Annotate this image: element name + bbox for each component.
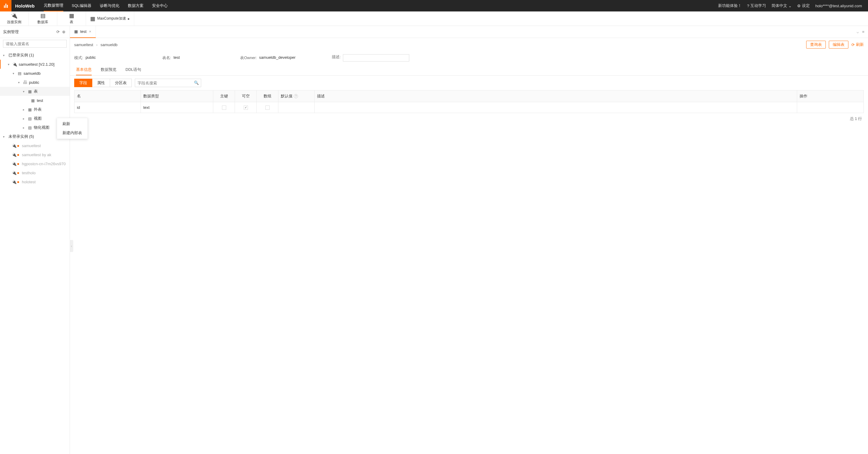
sidebar-search (0, 38, 70, 50)
search-icon[interactable]: 🔍 (194, 80, 199, 85)
plug-icon: 🔌 (11, 180, 17, 184)
cell-pk (213, 102, 235, 113)
meta-name-label: 表名: (162, 55, 171, 61)
new-feature-link[interactable]: 新功能体验！ (718, 3, 742, 8)
chevron-down-icon: ▾ (13, 72, 17, 75)
cell-nullable (235, 102, 257, 113)
seg-fields[interactable]: 字段 (74, 79, 92, 87)
tree-offline-instance[interactable]: 🔌●hgpostcn-cn-i7m26vs970 (0, 159, 70, 168)
dropdown-icon[interactable]: ⌵ (857, 30, 859, 34)
seg-partition[interactable]: 分区表 (110, 79, 132, 87)
tree-logged-in-group[interactable]: ▾已登录实例 (1) (0, 51, 70, 60)
seg-attrs[interactable]: 属性 (92, 79, 110, 87)
tree-instance[interactable]: ▾🔌samueltest [V2.1.20] (0, 60, 70, 69)
info-icon[interactable]: ? (294, 94, 298, 98)
warning-icon: ● (17, 170, 19, 175)
page-actions: 查询表 编辑表 ⟳刷新 (806, 41, 864, 48)
logo[interactable] (0, 0, 11, 11)
matview-icon: ▨ (27, 125, 33, 130)
col-name: 名 (74, 91, 141, 102)
table-footer: 总 1 行 (70, 113, 868, 125)
chevron-down-icon: ⌄ (788, 4, 792, 8)
field-search-input[interactable] (135, 79, 201, 87)
menu-icon[interactable]: ≡ (862, 30, 864, 34)
plug-icon: 🔌 (11, 12, 18, 19)
search-input[interactable] (3, 40, 67, 47)
chevron-down-icon: ▾ (3, 54, 7, 57)
tree-offline-instance[interactable]: 🔌●holotest (0, 177, 70, 186)
tb-maxcompute[interactable]: ▦MaxCompute加速▸ (86, 11, 134, 26)
chevron-right-icon: ▸ (128, 17, 130, 21)
tree-tables-folder[interactable]: ▾▦表 (0, 87, 70, 96)
subtab-ddl[interactable]: DDL语句 (125, 65, 141, 75)
table-icon: ▦ (74, 29, 78, 34)
plug-icon: 🔌 (11, 171, 17, 175)
description-input[interactable] (343, 54, 409, 62)
tab-test[interactable]: ▦ test × (70, 26, 96, 38)
tb-database[interactable]: ▤数据库 (29, 11, 57, 26)
crumb-instance[interactable]: samueltest (74, 42, 93, 47)
collapse-sidebar-handle[interactable]: ‹ (70, 240, 73, 252)
checkbox-icon[interactable] (266, 105, 270, 110)
table-row[interactable]: id text (74, 102, 864, 113)
table-icon: ▦ (69, 12, 74, 19)
subtab-preview[interactable]: 数据预览 (101, 65, 116, 75)
chevron-right-icon: ▸ (23, 108, 27, 111)
ctx-new-table[interactable]: 新建内部表 (57, 128, 88, 137)
main-panel: ▦ test × ⌵ ≡ samueltest › samueldb 查询表 编… (70, 26, 868, 454)
cell-desc (315, 102, 797, 113)
warning-icon: ● (17, 152, 19, 157)
app-header: HoloWeb 元数据管理 SQL编辑器 诊断与优化 数据方案 安全中心 新功能… (0, 0, 868, 11)
main-nav: 元数据管理 SQL编辑器 诊断与优化 数据方案 安全中心 (44, 0, 168, 11)
tree-table-test[interactable]: ▦test (0, 96, 70, 105)
refresh-link[interactable]: ⟳刷新 (851, 42, 864, 47)
tree-offline-instance[interactable]: 🔌●samueltest by ak (0, 150, 70, 159)
tab-label: test (80, 29, 87, 34)
plug-icon: 🔌 (11, 162, 17, 166)
nav-metadata[interactable]: 元数据管理 (44, 0, 63, 11)
tree-offline-instance[interactable]: 🔌●samueltest (0, 141, 70, 150)
editor-tabs: ▦ test × ⌵ ≡ (70, 26, 868, 38)
checkbox-icon[interactable] (222, 105, 226, 110)
tb-table[interactable]: ▦表 (57, 11, 86, 26)
checkbox-checked-icon[interactable] (244, 105, 248, 110)
nav-security[interactable]: 安全中心 (152, 0, 168, 11)
chevron-right-icon: ▸ (23, 117, 27, 120)
chevron-down-icon: ▾ (18, 81, 22, 84)
subtab-basic[interactable]: 基本信息 (76, 65, 92, 75)
query-table-button[interactable]: 查询表 (806, 41, 826, 48)
cell-name: id (74, 102, 141, 113)
language-select[interactable]: 简体中文⌄ (772, 3, 792, 8)
nav-sql[interactable]: SQL编辑器 (72, 0, 91, 11)
close-icon[interactable]: × (89, 29, 91, 34)
detail-tabs: 基本信息 数据预览 DDL语句 (70, 65, 868, 76)
tree-foreign-tables[interactable]: ▸▦外表 (0, 105, 70, 114)
warning-icon: ● (17, 180, 19, 184)
context-menu: 刷新 新建内部表 (57, 118, 88, 139)
nav-diagnose[interactable]: 诊断与优化 (100, 0, 119, 11)
user-account[interactable]: holo****@test.aliyunid.com (815, 4, 862, 8)
crumb-db[interactable]: samueldb (100, 42, 117, 47)
tb-connect[interactable]: 🔌连接实例 (0, 11, 29, 26)
tree-schema[interactable]: ▾品public (0, 78, 70, 87)
ctx-refresh[interactable]: 刷新 (57, 119, 88, 128)
nav-dataplan[interactable]: 数据方案 (128, 0, 144, 11)
warning-icon: ● (17, 143, 19, 148)
tree-database[interactable]: ▾▤samueldb (0, 69, 70, 78)
cell-type: text (141, 102, 213, 113)
interactive-learning[interactable]: ?互动学习 (747, 3, 766, 8)
maximize-icon[interactable]: ⊕ (61, 29, 67, 35)
edit-table-button[interactable]: 编辑表 (829, 41, 848, 48)
field-search: 🔍 (135, 79, 201, 87)
sidebar-header: 实例管理 ⟳ ⊕ (0, 26, 70, 38)
warning-icon: ● (17, 161, 19, 166)
col-desc: 描述 (315, 91, 797, 102)
grid-icon: ▦ (90, 15, 95, 22)
refresh-icon[interactable]: ⟳ (55, 29, 61, 35)
tree-offline-instance[interactable]: 🔌●testholo (0, 168, 70, 177)
settings-link[interactable]: ⚙设定 (797, 3, 810, 8)
meta-schema-label: 模式: (74, 55, 83, 61)
refresh-icon: ⟳ (851, 42, 855, 47)
meta-name-value: test (174, 55, 180, 61)
segment-row: 字段 属性 分区表 🔍 (70, 76, 868, 90)
